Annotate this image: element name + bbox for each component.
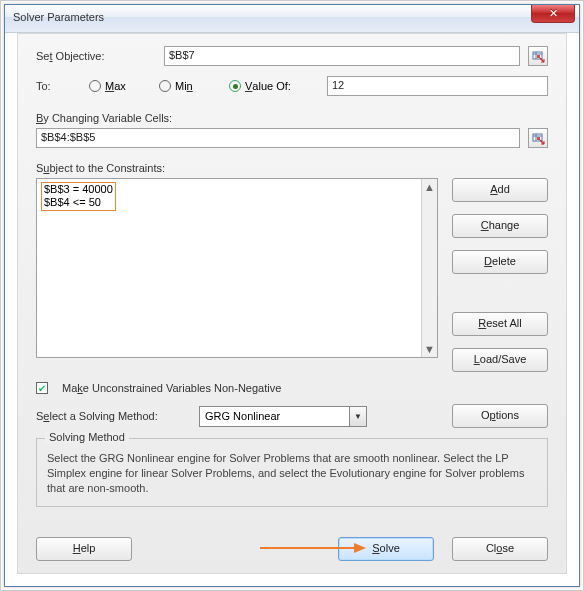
changing-label: By Changing Variable Cells: [36,112,548,124]
window-title: Solver Parameters [13,11,104,23]
dropdown-arrow-icon[interactable]: ▼ [349,407,366,426]
radio-min[interactable]: Min [159,80,221,92]
objective-ref-button[interactable] [528,46,548,66]
scroll-down-icon[interactable]: ▼ [424,343,435,355]
constraint-item[interactable]: $B$3 = 40000 [44,183,113,196]
dialog-body: Set Objective: $B$7 [17,33,567,574]
method-value: GRG Nonlinear [205,410,280,422]
radio-max-input[interactable] [89,80,101,92]
constraints-label: Subject to the Constraints: [36,162,548,174]
scroll-up-icon[interactable]: ▲ [424,181,435,193]
changing-row: $B$4:$B$5 [36,128,548,148]
solving-method-group: Solving Method Select the GRG Nonlinear … [36,438,548,507]
solve-button[interactable]: Solve [338,537,434,561]
objective-row: Set Objective: $B$7 [36,46,548,66]
nonneg-row[interactable]: ✔ Make Unconstrained Variables Non-Negat… [36,382,548,394]
options-button[interactable]: Options [452,404,548,428]
help-button[interactable]: Help [36,537,132,561]
valueof-input[interactable]: 12 [327,76,548,96]
constraints-area: $B$3 = 40000 $B$4 <= 50 ▲ ▼ Add Change D… [36,178,548,372]
title-bar[interactable]: Solver Parameters ✕ [5,5,579,33]
to-row: To: Max Min Value Of: 12 [36,76,548,96]
group-title: Solving Method [45,431,129,443]
footer-right: Solve Close [338,537,548,561]
outer-frame: Solver Parameters ✕ Set Objective: $B$7 [0,0,584,591]
load-save-button[interactable]: Load/Save [452,348,548,372]
svg-rect-7 [537,137,540,140]
to-label: To: [36,80,81,92]
changing-input[interactable]: $B$4:$B$5 [36,128,520,148]
constraint-item[interactable]: $B$4 <= 50 [44,196,113,209]
method-select[interactable]: GRG Nonlinear ▼ [199,406,367,427]
titlebar-buttons: ✕ [531,5,575,23]
reset-all-button[interactable]: Reset All [452,312,548,336]
close-window-button[interactable]: ✕ [531,5,575,23]
add-button[interactable]: Add [452,178,548,202]
method-row: Select a Solving Method: GRG Nonlinear ▼… [36,404,548,428]
constraint-buttons: Add Change Delete Reset All Load/Save [452,178,548,372]
changing-ref-button[interactable] [528,128,548,148]
range-picker-icon [532,132,545,145]
nonneg-checkbox[interactable]: ✔ [36,382,48,394]
delete-button[interactable]: Delete [452,250,548,274]
change-button[interactable]: Change [452,214,548,238]
objective-value: $B$7 [169,49,195,61]
footer: Help Solve Close [36,537,548,561]
svg-rect-3 [537,55,540,58]
changing-value: $B$4:$B$5 [41,131,95,143]
valueof-value: 12 [332,79,344,91]
objective-label: Set Objective: [36,50,156,62]
radio-valueof-input[interactable] [229,80,241,92]
close-icon: ✕ [549,7,558,20]
method-label: Select a Solving Method: [36,410,191,422]
nonneg-label: Make Unconstrained Variables Non-Negativ… [62,382,281,394]
dialog-window: Solver Parameters ✕ Set Objective: $B$7 [4,4,580,587]
radio-min-input[interactable] [159,80,171,92]
group-description: Select the GRG Nonlinear engine for Solv… [47,451,537,496]
objective-input[interactable]: $B$7 [164,46,520,66]
listbox-scrollbar[interactable]: ▲ ▼ [421,179,437,357]
close-button[interactable]: Close [452,537,548,561]
range-picker-icon [532,50,545,63]
constraints-listbox[interactable]: $B$3 = 40000 $B$4 <= 50 ▲ ▼ [36,178,438,358]
constraints-highlight: $B$3 = 40000 $B$4 <= 50 [41,182,116,211]
radio-valueof[interactable]: Value Of: [229,80,319,92]
radio-max[interactable]: Max [89,80,151,92]
